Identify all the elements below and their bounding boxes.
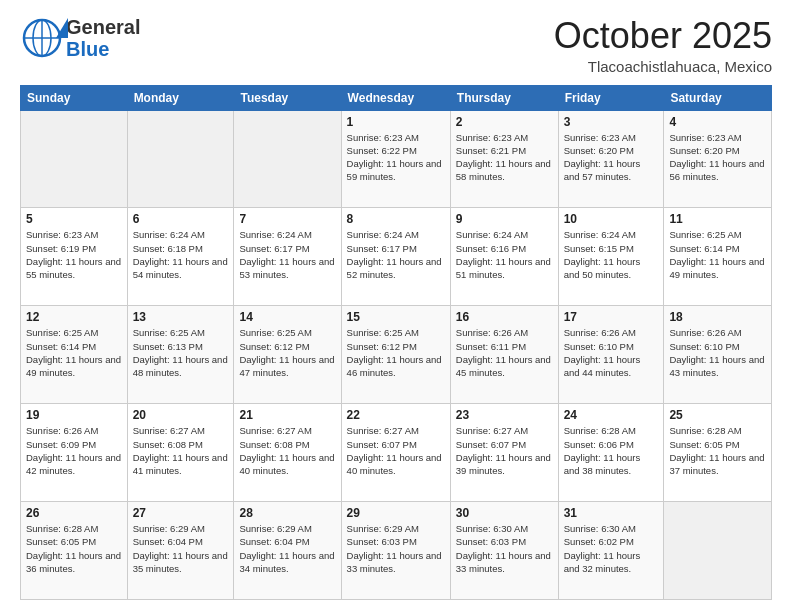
day-number: 13 — [133, 310, 229, 324]
day-info: Sunrise: 6:27 AM Sunset: 6:08 PM Dayligh… — [133, 424, 229, 477]
day-number: 23 — [456, 408, 553, 422]
day-number: 28 — [239, 506, 335, 520]
day-cell: 27Sunrise: 6:29 AM Sunset: 6:04 PM Dayli… — [127, 502, 234, 600]
logo-line1: General — [66, 16, 140, 38]
day-cell: 12Sunrise: 6:25 AM Sunset: 6:14 PM Dayli… — [21, 306, 128, 404]
page: General Blue October 2025 Tlacoachistlah… — [0, 0, 792, 612]
weekday-header-row: SundayMondayTuesdayWednesdayThursdayFrid… — [21, 85, 772, 110]
logo-line2: Blue — [66, 38, 140, 60]
day-info: Sunrise: 6:26 AM Sunset: 6:09 PM Dayligh… — [26, 424, 122, 477]
day-cell: 10Sunrise: 6:24 AM Sunset: 6:15 PM Dayli… — [558, 208, 664, 306]
day-info: Sunrise: 6:23 AM Sunset: 6:22 PM Dayligh… — [347, 131, 445, 184]
day-cell: 19Sunrise: 6:26 AM Sunset: 6:09 PM Dayli… — [21, 404, 128, 502]
day-number: 29 — [347, 506, 445, 520]
day-number: 18 — [669, 310, 766, 324]
day-cell: 7Sunrise: 6:24 AM Sunset: 6:17 PM Daylig… — [234, 208, 341, 306]
day-cell: 28Sunrise: 6:29 AM Sunset: 6:04 PM Dayli… — [234, 502, 341, 600]
day-number: 27 — [133, 506, 229, 520]
day-cell: 4Sunrise: 6:23 AM Sunset: 6:20 PM Daylig… — [664, 110, 772, 208]
week-row-3: 12Sunrise: 6:25 AM Sunset: 6:14 PM Dayli… — [21, 306, 772, 404]
day-info: Sunrise: 6:29 AM Sunset: 6:04 PM Dayligh… — [239, 522, 335, 575]
day-info: Sunrise: 6:25 AM Sunset: 6:13 PM Dayligh… — [133, 326, 229, 379]
day-cell: 24Sunrise: 6:28 AM Sunset: 6:06 PM Dayli… — [558, 404, 664, 502]
week-row-1: 1Sunrise: 6:23 AM Sunset: 6:22 PM Daylig… — [21, 110, 772, 208]
day-info: Sunrise: 6:25 AM Sunset: 6:14 PM Dayligh… — [26, 326, 122, 379]
day-cell: 26Sunrise: 6:28 AM Sunset: 6:05 PM Dayli… — [21, 502, 128, 600]
day-info: Sunrise: 6:27 AM Sunset: 6:08 PM Dayligh… — [239, 424, 335, 477]
day-number: 9 — [456, 212, 553, 226]
day-info: Sunrise: 6:26 AM Sunset: 6:10 PM Dayligh… — [669, 326, 766, 379]
day-number: 25 — [669, 408, 766, 422]
day-info: Sunrise: 6:26 AM Sunset: 6:10 PM Dayligh… — [564, 326, 659, 379]
day-info: Sunrise: 6:26 AM Sunset: 6:11 PM Dayligh… — [456, 326, 553, 379]
day-number: 21 — [239, 408, 335, 422]
day-cell: 16Sunrise: 6:26 AM Sunset: 6:11 PM Dayli… — [450, 306, 558, 404]
day-info: Sunrise: 6:29 AM Sunset: 6:03 PM Dayligh… — [347, 522, 445, 575]
day-number: 22 — [347, 408, 445, 422]
day-info: Sunrise: 6:28 AM Sunset: 6:05 PM Dayligh… — [669, 424, 766, 477]
day-number: 11 — [669, 212, 766, 226]
day-cell: 29Sunrise: 6:29 AM Sunset: 6:03 PM Dayli… — [341, 502, 450, 600]
day-cell: 22Sunrise: 6:27 AM Sunset: 6:07 PM Dayli… — [341, 404, 450, 502]
day-cell: 15Sunrise: 6:25 AM Sunset: 6:12 PM Dayli… — [341, 306, 450, 404]
day-number: 24 — [564, 408, 659, 422]
day-info: Sunrise: 6:25 AM Sunset: 6:12 PM Dayligh… — [239, 326, 335, 379]
day-cell: 31Sunrise: 6:30 AM Sunset: 6:02 PM Dayli… — [558, 502, 664, 600]
day-info: Sunrise: 6:27 AM Sunset: 6:07 PM Dayligh… — [347, 424, 445, 477]
day-info: Sunrise: 6:23 AM Sunset: 6:19 PM Dayligh… — [26, 228, 122, 281]
day-cell: 25Sunrise: 6:28 AM Sunset: 6:05 PM Dayli… — [664, 404, 772, 502]
day-number: 16 — [456, 310, 553, 324]
day-cell: 21Sunrise: 6:27 AM Sunset: 6:08 PM Dayli… — [234, 404, 341, 502]
weekday-header-saturday: Saturday — [664, 85, 772, 110]
day-number: 4 — [669, 115, 766, 129]
day-info: Sunrise: 6:23 AM Sunset: 6:20 PM Dayligh… — [564, 131, 659, 184]
day-cell: 5Sunrise: 6:23 AM Sunset: 6:19 PM Daylig… — [21, 208, 128, 306]
day-number: 19 — [26, 408, 122, 422]
day-number: 10 — [564, 212, 659, 226]
location-title: Tlacoachistlahuaca, Mexico — [554, 58, 772, 75]
weekday-header-wednesday: Wednesday — [341, 85, 450, 110]
day-cell: 8Sunrise: 6:24 AM Sunset: 6:17 PM Daylig… — [341, 208, 450, 306]
day-info: Sunrise: 6:24 AM Sunset: 6:18 PM Dayligh… — [133, 228, 229, 281]
day-cell: 14Sunrise: 6:25 AM Sunset: 6:12 PM Dayli… — [234, 306, 341, 404]
day-info: Sunrise: 6:24 AM Sunset: 6:17 PM Dayligh… — [239, 228, 335, 281]
month-title: October 2025 — [554, 16, 772, 56]
day-number: 20 — [133, 408, 229, 422]
day-cell: 6Sunrise: 6:24 AM Sunset: 6:18 PM Daylig… — [127, 208, 234, 306]
day-info: Sunrise: 6:29 AM Sunset: 6:04 PM Dayligh… — [133, 522, 229, 575]
day-number: 6 — [133, 212, 229, 226]
day-cell: 30Sunrise: 6:30 AM Sunset: 6:03 PM Dayli… — [450, 502, 558, 600]
weekday-header-thursday: Thursday — [450, 85, 558, 110]
day-cell: 1Sunrise: 6:23 AM Sunset: 6:22 PM Daylig… — [341, 110, 450, 208]
weekday-header-sunday: Sunday — [21, 85, 128, 110]
day-info: Sunrise: 6:23 AM Sunset: 6:21 PM Dayligh… — [456, 131, 553, 184]
weekday-header-friday: Friday — [558, 85, 664, 110]
week-row-5: 26Sunrise: 6:28 AM Sunset: 6:05 PM Dayli… — [21, 502, 772, 600]
day-cell: 11Sunrise: 6:25 AM Sunset: 6:14 PM Dayli… — [664, 208, 772, 306]
day-info: Sunrise: 6:28 AM Sunset: 6:05 PM Dayligh… — [26, 522, 122, 575]
title-section: October 2025 Tlacoachistlahuaca, Mexico — [554, 16, 772, 75]
day-number: 2 — [456, 115, 553, 129]
day-info: Sunrise: 6:24 AM Sunset: 6:15 PM Dayligh… — [564, 228, 659, 281]
day-info: Sunrise: 6:25 AM Sunset: 6:14 PM Dayligh… — [669, 228, 766, 281]
day-number: 8 — [347, 212, 445, 226]
week-row-2: 5Sunrise: 6:23 AM Sunset: 6:19 PM Daylig… — [21, 208, 772, 306]
day-cell: 17Sunrise: 6:26 AM Sunset: 6:10 PM Dayli… — [558, 306, 664, 404]
day-cell — [21, 110, 128, 208]
day-info: Sunrise: 6:25 AM Sunset: 6:12 PM Dayligh… — [347, 326, 445, 379]
day-info: Sunrise: 6:30 AM Sunset: 6:02 PM Dayligh… — [564, 522, 659, 575]
day-cell: 23Sunrise: 6:27 AM Sunset: 6:07 PM Dayli… — [450, 404, 558, 502]
header: General Blue October 2025 Tlacoachistlah… — [20, 16, 772, 75]
day-cell: 18Sunrise: 6:26 AM Sunset: 6:10 PM Dayli… — [664, 306, 772, 404]
day-info: Sunrise: 6:28 AM Sunset: 6:06 PM Dayligh… — [564, 424, 659, 477]
day-number: 1 — [347, 115, 445, 129]
week-row-4: 19Sunrise: 6:26 AM Sunset: 6:09 PM Dayli… — [21, 404, 772, 502]
day-cell: 2Sunrise: 6:23 AM Sunset: 6:21 PM Daylig… — [450, 110, 558, 208]
day-number: 5 — [26, 212, 122, 226]
day-number: 7 — [239, 212, 335, 226]
day-info: Sunrise: 6:23 AM Sunset: 6:20 PM Dayligh… — [669, 131, 766, 184]
day-cell — [127, 110, 234, 208]
logo: General Blue — [20, 16, 140, 60]
day-cell: 3Sunrise: 6:23 AM Sunset: 6:20 PM Daylig… — [558, 110, 664, 208]
day-cell: 9Sunrise: 6:24 AM Sunset: 6:16 PM Daylig… — [450, 208, 558, 306]
